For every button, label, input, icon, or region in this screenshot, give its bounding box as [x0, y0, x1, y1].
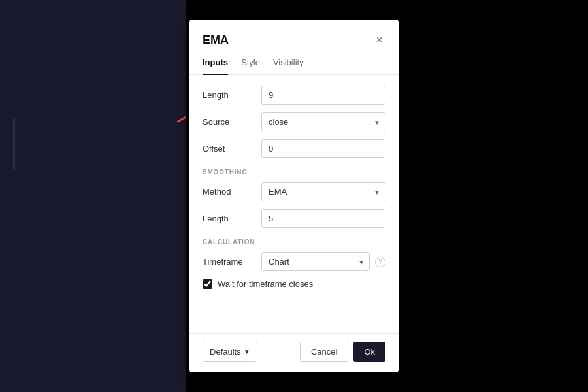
length-label: Length [203, 90, 261, 100]
source-row: Source close open high low hl2 hlc3 ohlc… [203, 112, 385, 131]
defaults-button[interactable]: Defaults ▼ [203, 342, 257, 362]
background-chart [0, 0, 186, 392]
smoothing-section-header: SMOOTHING [203, 169, 385, 176]
method-select[interactable]: EMA SMA RMA WMA [261, 182, 385, 201]
wait-checkbox-row: Wait for timeframe closes [203, 279, 385, 289]
tab-visibility[interactable]: Visibility [273, 57, 304, 75]
source-select-wrapper: close open high low hl2 hlc3 ohlc4 ▼ [261, 112, 385, 131]
length-input[interactable] [261, 86, 385, 105]
method-select-wrapper: EMA SMA RMA WMA ▼ [261, 182, 385, 201]
smooth-length-label: Length [203, 214, 261, 223]
cancel-button[interactable]: Cancel [300, 342, 348, 362]
timeframe-row: Timeframe Chart 1 5 15 60 D W ▼ ? [203, 252, 385, 271]
offset-input[interactable] [261, 139, 385, 158]
ok-button[interactable]: Ok [353, 342, 385, 362]
defaults-chevron-icon: ▼ [244, 348, 250, 355]
close-button[interactable]: × [373, 33, 385, 47]
timeframe-help-icon[interactable]: ? [375, 257, 385, 267]
timeframe-select-wrapper: Chart 1 5 15 60 D W ▼ [261, 252, 370, 271]
smooth-length-row: Length [203, 209, 385, 228]
source-select[interactable]: close open high low hl2 hlc3 ohlc4 [261, 112, 385, 131]
wait-checkbox[interactable] [203, 279, 212, 289]
smooth-length-input[interactable] [261, 209, 385, 228]
dialog-content: Length Source close open high low hl2 hl… [189, 75, 399, 333]
dialog-title: EMA [203, 33, 229, 47]
length-row: Length [203, 86, 385, 105]
defaults-wrapper: Defaults ▼ [203, 342, 257, 362]
tab-inputs[interactable]: Inputs [203, 57, 228, 75]
timeframe-label: Timeframe [203, 257, 261, 267]
method-label: Method [203, 187, 261, 197]
tab-bar: Inputs Style Visibility [189, 50, 399, 75]
dialog-wrapper: EMA × Inputs Style Visibility Length [0, 0, 588, 392]
footer-actions: Cancel Ok [300, 342, 385, 362]
tab-style[interactable]: Style [241, 57, 260, 75]
chart-line [177, 114, 186, 123]
ema-dialog: EMA × Inputs Style Visibility Length [189, 20, 399, 372]
dialog-footer: Defaults ▼ Cancel Ok [189, 333, 399, 372]
offset-label: Offset [203, 144, 261, 154]
wait-checkbox-label: Wait for timeframe closes [218, 279, 313, 289]
timeframe-select[interactable]: Chart 1 5 15 60 D W [261, 252, 370, 271]
method-row: Method EMA SMA RMA WMA ▼ [203, 182, 385, 201]
dialog-header: EMA × [189, 20, 399, 47]
offset-row: Offset [203, 139, 385, 158]
calculation-section-header: CALCULATION [203, 238, 385, 246]
source-label: Source [203, 117, 261, 127]
